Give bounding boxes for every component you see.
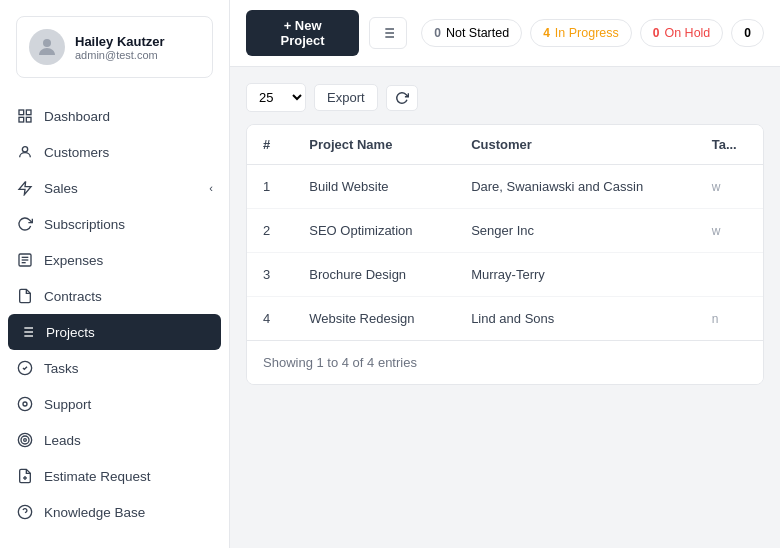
- per-page-select[interactable]: 25 50 100: [246, 83, 306, 112]
- svg-point-0: [43, 39, 51, 47]
- sidebar-label-estimate: Estimate Request: [44, 469, 151, 484]
- sidebar-item-leads[interactable]: Leads: [0, 422, 229, 458]
- sidebar-label-customers: Customers: [44, 145, 109, 160]
- svg-rect-4: [26, 117, 31, 122]
- status-tab-in-progress[interactable]: 4 In Progress: [530, 19, 632, 47]
- svg-rect-1: [19, 110, 24, 115]
- table-row[interactable]: 1 Build Website Dare, Swaniawski and Cas…: [247, 165, 763, 209]
- projects-icon: [18, 323, 36, 341]
- sidebar-item-estimate-request[interactable]: Estimate Request: [0, 458, 229, 494]
- svg-rect-2: [26, 110, 31, 115]
- cell-num: 4: [247, 297, 293, 341]
- cell-customer: Murray-Terry: [455, 253, 696, 297]
- svg-point-21: [24, 439, 27, 442]
- sidebar-item-tasks[interactable]: Tasks: [0, 350, 229, 386]
- filter-button[interactable]: [369, 17, 407, 49]
- estimate-icon: [16, 467, 34, 485]
- topbar: + New Project 0 Not Started 4 In Progres…: [230, 0, 780, 67]
- contract-icon: [16, 287, 34, 305]
- status-tab-other[interactable]: 0: [731, 19, 764, 47]
- sidebar-item-knowledge-base[interactable]: Knowledge Base: [0, 494, 229, 530]
- cell-num: 1: [247, 165, 293, 209]
- table-row[interactable]: 3 Brochure Design Murray-Terry: [247, 253, 763, 297]
- avatar: [29, 29, 65, 65]
- cell-tag: n: [696, 297, 763, 341]
- user-name: Hailey Kautzer: [75, 34, 165, 49]
- col-tag: Ta...: [696, 125, 763, 165]
- target-icon: [16, 431, 34, 449]
- table-row[interactable]: 2 SEO Optimization Senger Inc w: [247, 209, 763, 253]
- sidebar-item-sales[interactable]: Sales ‹: [0, 170, 229, 206]
- filter-icon: [380, 25, 396, 41]
- refresh-icon: [16, 215, 34, 233]
- export-button[interactable]: Export: [314, 84, 378, 111]
- not-started-count: 0: [434, 26, 441, 40]
- dashboard-icon: [16, 107, 34, 125]
- svg-rect-3: [19, 117, 24, 122]
- doc-icon: [16, 251, 34, 269]
- status-tab-on-hold[interactable]: 0 On Hold: [640, 19, 724, 47]
- cell-num: 2: [247, 209, 293, 253]
- table-controls: 25 50 100 Export: [246, 83, 764, 112]
- sidebar-label-leads: Leads: [44, 433, 81, 448]
- sidebar-item-customers[interactable]: Customers: [0, 134, 229, 170]
- on-hold-label: On Hold: [664, 26, 710, 40]
- help-icon: [16, 503, 34, 521]
- new-project-button[interactable]: + New Project: [246, 10, 359, 56]
- person-icon: [16, 143, 34, 161]
- sidebar-item-contracts[interactable]: Contracts: [0, 278, 229, 314]
- content-area: 25 50 100 Export # Project Name Customer…: [230, 67, 780, 548]
- cell-customer: Lind and Sons: [455, 297, 696, 341]
- cell-project-name: Website Redesign: [293, 297, 455, 341]
- sidebar-label-dashboard: Dashboard: [44, 109, 110, 124]
- in-progress-count: 4: [543, 26, 550, 40]
- on-hold-count: 0: [653, 26, 660, 40]
- cell-customer: Dare, Swaniawski and Cassin: [455, 165, 696, 209]
- cell-tag: w: [696, 165, 763, 209]
- in-progress-label: In Progress: [555, 26, 619, 40]
- sidebar-item-support[interactable]: Support: [0, 386, 229, 422]
- lightning-icon: [16, 179, 34, 197]
- sidebar-label-knowledge-base: Knowledge Base: [44, 505, 145, 520]
- sidebar-item-expenses[interactable]: Expenses: [0, 242, 229, 278]
- projects-table: # Project Name Customer Ta... 1 Build We…: [246, 124, 764, 385]
- sidebar-label-contracts: Contracts: [44, 289, 102, 304]
- main-content: + New Project 0 Not Started 4 In Progres…: [230, 0, 780, 548]
- refresh-icon: [395, 91, 409, 105]
- refresh-button[interactable]: [386, 85, 418, 111]
- cell-project-name: SEO Optimization: [293, 209, 455, 253]
- cell-project-name: Build Website: [293, 165, 455, 209]
- user-email: admin@test.com: [75, 49, 165, 61]
- sidebar-item-dashboard[interactable]: Dashboard: [0, 98, 229, 134]
- support-icon: [16, 395, 34, 413]
- sidebar-item-subscriptions[interactable]: Subscriptions: [0, 206, 229, 242]
- sidebar-label-support: Support: [44, 397, 91, 412]
- sidebar-item-projects[interactable]: Projects: [8, 314, 221, 350]
- user-card: Hailey Kautzer admin@test.com: [16, 16, 213, 78]
- user-info: Hailey Kautzer admin@test.com: [75, 34, 165, 61]
- svg-point-20: [21, 436, 29, 444]
- table: # Project Name Customer Ta... 1 Build We…: [247, 125, 763, 340]
- nav-menu: Dashboard Customers Sales ‹ Subscription…: [0, 94, 229, 548]
- svg-point-18: [23, 402, 27, 406]
- sidebar-label-projects: Projects: [46, 325, 95, 340]
- table-row[interactable]: 4 Website Redesign Lind and Sons n: [247, 297, 763, 341]
- cell-tag: w: [696, 209, 763, 253]
- chevron-icon: ‹: [209, 182, 213, 194]
- cell-customer: Senger Inc: [455, 209, 696, 253]
- cell-tag: [696, 253, 763, 297]
- status-tabs: 0 Not Started 4 In Progress 0 On Hold 0: [421, 19, 764, 47]
- sidebar-label-subscriptions: Subscriptions: [44, 217, 125, 232]
- other-count: 0: [744, 26, 751, 40]
- table-header-row: # Project Name Customer Ta...: [247, 125, 763, 165]
- svg-point-5: [22, 147, 27, 152]
- status-tab-not-started[interactable]: 0 Not Started: [421, 19, 522, 47]
- col-num: #: [247, 125, 293, 165]
- sidebar: Hailey Kautzer admin@test.com Dashboard …: [0, 0, 230, 548]
- sidebar-label-sales: Sales: [44, 181, 78, 196]
- col-customer: Customer: [455, 125, 696, 165]
- not-started-label: Not Started: [446, 26, 509, 40]
- cell-project-name: Brochure Design: [293, 253, 455, 297]
- sidebar-label-expenses: Expenses: [44, 253, 103, 268]
- svg-point-17: [18, 397, 31, 410]
